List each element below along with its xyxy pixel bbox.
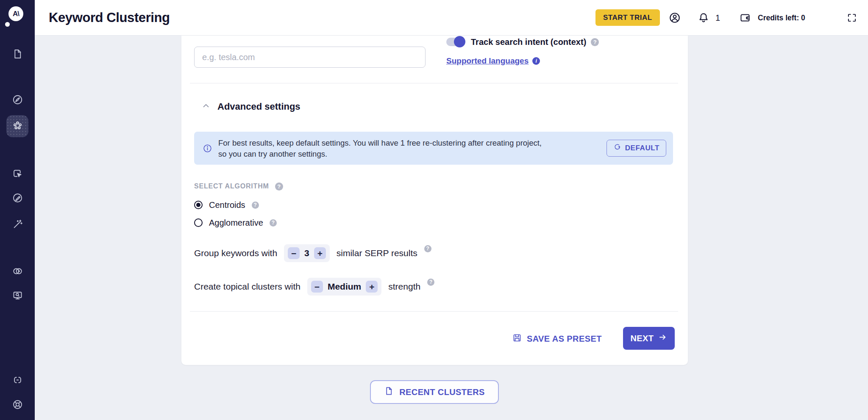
help-icon[interactable]: ? [252, 202, 259, 209]
radio-unselected-icon[interactable] [194, 218, 203, 227]
minus-icon[interactable]: − [311, 281, 323, 293]
page-title: Keyword Clustering [49, 0, 170, 36]
radio-label: Centroids [209, 200, 245, 210]
bell-icon [697, 18, 710, 25]
top-bar: Keyword Clustering START TRIAL 1 Credits… [35, 0, 868, 36]
serp-row-prefix: Group keywords with [194, 248, 277, 258]
user-icon [668, 18, 681, 25]
help-icon[interactable]: ? [275, 182, 283, 191]
radio-selected-icon[interactable] [194, 201, 203, 209]
help-icon[interactable]: ? [427, 279, 434, 286]
sidebar-item-file[interactable] [6, 44, 28, 66]
sidebar-item-keyword-clustering[interactable] [6, 115, 28, 137]
sidebar-item-serp-monitor[interactable] [6, 285, 28, 307]
help-icon[interactable]: ? [270, 219, 277, 227]
sidebar-item-discover[interactable] [6, 89, 28, 111]
radio-option-centroids[interactable]: Centroids ? [194, 200, 259, 210]
fullscreen-icon [846, 17, 857, 25]
strength-row-suffix: strength [388, 282, 420, 292]
arrow-right-icon [658, 333, 667, 344]
serp-row-suffix: similar SERP results [337, 248, 417, 258]
help-icon[interactable]: ? [591, 38, 599, 46]
select-algorithm-row: SELECT ALGORITHM ? [194, 182, 283, 191]
default-button[interactable]: DEFAULT [606, 140, 666, 157]
serp-similarity-value: 3 [304, 248, 309, 258]
next-button[interactable]: NEXT [623, 327, 675, 350]
recent-clusters-button[interactable]: RECENT CLUSTERS [370, 380, 499, 404]
info-banner: For best results, keep default settings.… [194, 132, 673, 165]
logo-dot [5, 22, 10, 27]
select-algorithm-label: SELECT ALGORITHM [194, 182, 269, 190]
track-intent-label: Track search intent (context) [471, 37, 586, 47]
new-project-card: Track search intent (context) ? Supporte… [181, 36, 688, 365]
toggle-knob [454, 36, 465, 47]
cluster-strength-row: Create topical clusters with − Medium + … [194, 277, 434, 296]
notification-count: 1 [715, 0, 720, 36]
advanced-settings-header[interactable]: Advanced settings [201, 100, 300, 113]
sidebar-item-compare[interactable] [6, 261, 28, 283]
next-button-label: NEXT [631, 334, 654, 343]
logo-icon: A\ [8, 6, 23, 21]
track-intent-row: Track search intent (context) ? [446, 36, 599, 48]
sidebar-item-magic-wand[interactable] [6, 214, 28, 236]
save-as-preset-button[interactable]: SAVE AS PRESET [512, 333, 602, 345]
serp-stepper: − 3 + [284, 244, 330, 262]
help-icon[interactable]: ? [424, 245, 431, 252]
radio-label: Agglomerative [209, 218, 263, 228]
strength-stepper: − Medium + [307, 278, 381, 296]
radio-option-agglomerative[interactable]: Agglomerative ? [194, 218, 277, 228]
document-icon [384, 386, 394, 398]
info-icon[interactable]: i [532, 57, 540, 65]
sidebar-item-support[interactable] [6, 394, 28, 416]
cursor-icon [12, 168, 23, 181]
app-logo[interactable]: A\ [0, 0, 35, 35]
info-circle-icon [203, 144, 212, 153]
divider [190, 311, 678, 312]
sidebar-item-click-tracker[interactable] [6, 163, 28, 185]
banner-text: For best results, keep default settings.… [218, 138, 542, 160]
chevron-up-icon [201, 101, 211, 112]
start-trial-button[interactable]: START TRIAL [595, 9, 660, 26]
brackets-icon [12, 374, 23, 387]
divider [190, 83, 678, 83]
advanced-settings-title: Advanced settings [217, 101, 300, 112]
serp-similarity-row: Group keywords with − 3 + similar SERP r… [194, 244, 431, 262]
wallet-icon [739, 18, 751, 25]
cluster-strength-value: Medium [328, 282, 361, 292]
cluster-icon [12, 120, 23, 133]
sidebar-item-api[interactable] [6, 370, 28, 392]
wallet-button[interactable] [739, 12, 751, 24]
plus-icon[interactable]: + [366, 281, 378, 293]
monitor-search-icon [12, 290, 23, 303]
sidebar: A\ [0, 0, 35, 420]
target-domain-input[interactable] [194, 47, 426, 68]
fullscreen-button[interactable] [846, 12, 857, 23]
track-intent-toggle[interactable] [446, 38, 465, 46]
sidebar-item-content-editor[interactable] [6, 188, 28, 210]
save-as-preset-label: SAVE AS PRESET [527, 334, 602, 344]
overlap-circles-icon [12, 265, 23, 279]
default-button-label: DEFAULT [625, 144, 659, 152]
recent-clusters-label: RECENT CLUSTERS [399, 387, 485, 397]
save-icon [512, 333, 522, 345]
file-icon [12, 48, 23, 61]
compass-icon [12, 94, 23, 107]
account-button[interactable] [668, 11, 681, 24]
wand-icon [12, 218, 23, 232]
rotate-ccw-icon [613, 143, 621, 153]
plus-icon[interactable]: + [314, 247, 326, 259]
banner-line-1: For best results, keep default settings.… [218, 138, 542, 149]
lifebuoy-icon [12, 399, 23, 412]
supported-languages-link[interactable]: Supported languages [446, 56, 529, 66]
credits-left-label: Credits left: 0 [758, 0, 805, 36]
notifications-button[interactable] [697, 11, 710, 24]
strength-row-prefix: Create topical clusters with [194, 282, 300, 292]
supported-languages-row: Supported languages i [446, 55, 540, 66]
minus-icon[interactable]: − [288, 247, 300, 259]
edit-icon [12, 192, 23, 205]
banner-line-2: so you can try another settings. [218, 149, 542, 160]
